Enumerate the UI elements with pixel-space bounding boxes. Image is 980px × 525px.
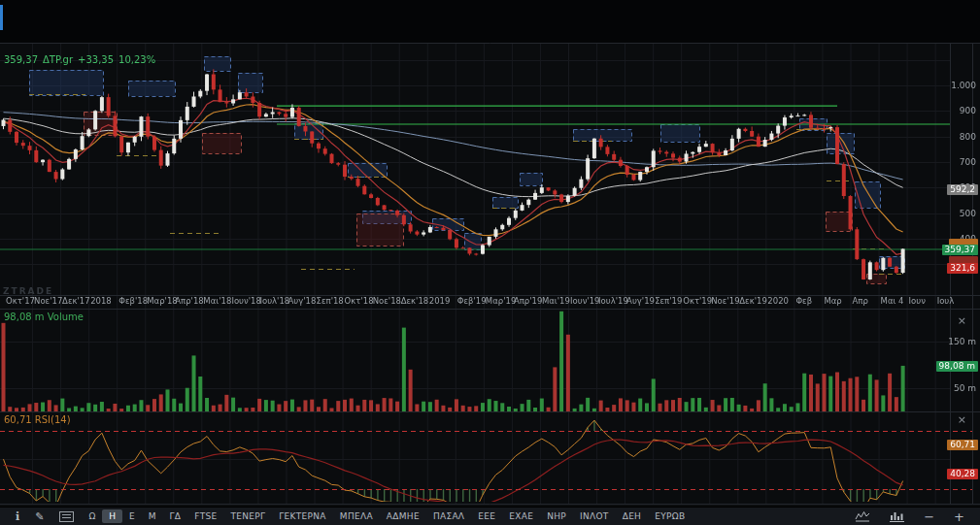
date-axis[interactable]: Οκτ'17Νοε'17Δεκ'172018Φεβ'18Μαρ'18Απρ'18…: [0, 296, 980, 309]
timeframe-tab-Ε[interactable]: Ε: [122, 509, 142, 523]
date-label: Δεκ'18: [401, 296, 429, 306]
date-label: Φεβ: [795, 296, 812, 306]
watchlist-symbol[interactable]: ΕΕΕ: [471, 509, 502, 523]
watchlist-symbol[interactable]: ΕΥΡΩΒ: [648, 509, 692, 523]
price-change: +33,35: [78, 54, 114, 65]
volume-value-badge: 98,08 m: [936, 361, 978, 372]
date-label: Δεκ'17: [62, 296, 90, 306]
trading-app-window: 359,37ΔTP.gr+33,3510,23% ZTRADE 98,08 m …: [0, 0, 980, 525]
price-tick-label: 800: [960, 132, 976, 142]
watchlist-symbol[interactable]: ΓΕΚΤΕΡΝΑ: [272, 509, 333, 523]
date-label: Μαρ'19: [486, 296, 517, 306]
aux-price-badge: 321,6: [947, 263, 978, 274]
price-tick-label: 900: [960, 106, 976, 115]
rsi-pane-label: 60,71 RSI(14): [4, 414, 71, 425]
timeframe-group: ΗΕΜ: [102, 509, 162, 523]
price-change-percent: 10,23%: [118, 54, 155, 65]
date-label: 2018: [90, 296, 112, 306]
date-label: Ιουλ'18: [259, 296, 289, 306]
ma-gray-price-badge: 592,2: [947, 184, 978, 195]
watchlist-symbol[interactable]: ΕΧΑΕ: [502, 509, 540, 523]
date-label: Φεβ'18: [118, 296, 148, 306]
date-label: Απρ'18: [175, 296, 203, 306]
date-label: Ιουν'19: [570, 296, 600, 306]
zoom-in-button[interactable]: +: [946, 509, 972, 524]
rsi-value: 60,71: [4, 414, 32, 425]
chart-type-icon[interactable]: [847, 509, 878, 524]
date-label: Δεκ'19: [739, 296, 767, 306]
symbol-name: ΔTP.gr: [43, 54, 73, 65]
date-label: Οκτ'17: [6, 296, 35, 306]
sidebar-edge-indicator: [0, 5, 3, 30]
date-label: Οκτ'18: [345, 296, 374, 306]
date-label: Ιουν'18: [231, 296, 261, 306]
price-volume-rsi-chart[interactable]: [0, 0, 980, 525]
timeframe-tab-Η[interactable]: Η: [102, 509, 122, 523]
volume-tick-label: 50 m: [954, 383, 976, 393]
bottom-toolbar: i ✎ Ω ΗΕΜ ΓΔFTSEΤΕΝΕΡΓΓΕΚΤΕΡΝΑΜΠΕΛΑΑΔΜΗΕ…: [0, 507, 980, 525]
price-tick-label: 700: [960, 157, 976, 167]
date-label: Νοε'19: [711, 296, 739, 306]
object-list-icon[interactable]: [51, 509, 82, 524]
date-label: 2019: [429, 296, 451, 306]
date-label: Απρ'19: [514, 296, 542, 306]
volume-name: Volume: [48, 312, 84, 322]
date-label: Οκτ'19: [683, 296, 712, 306]
rsi-value-badge: 60,71: [947, 440, 978, 450]
watchlist-symbol[interactable]: ΑΔΜΗΕ: [380, 509, 426, 523]
volume-value: 98,08 m: [4, 312, 45, 322]
watchlist-symbol[interactable]: ΤΕΝΕΡΓ: [223, 509, 272, 523]
rsi-pane-close-icon[interactable]: ×: [958, 415, 966, 425]
watchlist-symbol[interactable]: ΓΔ: [163, 509, 188, 523]
date-label: Μαι'18: [203, 296, 231, 306]
volume-pane-label: 98,08 m Volume: [4, 312, 84, 322]
watchlist-symbols: ΓΔFTSEΤΕΝΕΡΓΓΕΚΤΕΡΝΑΜΠΕΛΑΑΔΜΗΕΠΑΣΑΛΕΕΕΕΧ…: [163, 509, 693, 523]
watchlist-symbol[interactable]: FTSE: [187, 509, 223, 523]
last-price-badge: 359,37: [942, 245, 979, 255]
watchlist-symbol[interactable]: ΜΠΕΛΑ: [333, 509, 380, 523]
watchlist-symbol[interactable]: ΔΕΗ: [616, 509, 649, 523]
date-label: Μαι'19: [542, 296, 570, 306]
watchlist-symbol[interactable]: ΝΗΡ: [540, 509, 573, 523]
platform-watermark: ZTRADE: [3, 286, 53, 296]
zoom-out-button[interactable]: −: [916, 509, 942, 524]
watchlist-symbol[interactable]: ΠΑΣΑΛ: [426, 509, 471, 523]
toolbar-right-group: − +: [847, 509, 972, 524]
date-label: Σεπ'18: [317, 296, 344, 306]
date-label: Νοε'18: [373, 296, 401, 306]
date-label: Σεπ'19: [655, 296, 682, 306]
draw-tool-icon[interactable]: ✎: [27, 509, 51, 525]
omega-button[interactable]: Ω: [82, 509, 102, 523]
date-label: Φεβ'19: [457, 296, 487, 306]
watchlist-symbol[interactable]: ΙΝΛΟΤ: [573, 509, 616, 523]
date-label: Απρ: [853, 296, 868, 306]
date-label: Αυγ'19: [626, 296, 655, 306]
rsi-ma-value-badge: 40,28: [947, 469, 978, 479]
last-price: 359,37: [4, 54, 38, 65]
date-label: Ιουν: [909, 296, 926, 306]
volume-histogram-icon[interactable]: [882, 509, 912, 524]
timeframe-tab-Μ[interactable]: Μ: [142, 509, 163, 523]
date-label: 2020: [767, 296, 789, 306]
info-icon[interactable]: i: [8, 509, 27, 525]
date-label: Ιουλ: [937, 296, 955, 306]
price-tick-label: 500: [960, 209, 976, 218]
date-label: Ιουλ'19: [598, 296, 628, 306]
rsi-name: RSI(14): [35, 414, 71, 425]
date-label: Μαι 4: [881, 296, 904, 306]
date-label: Μαρ: [824, 296, 841, 306]
price-tick-label: 1.000: [951, 81, 976, 90]
date-label: Αυγ'18: [288, 296, 317, 306]
date-label: Νοε'17: [34, 296, 62, 306]
volume-tick-label: 150 m: [948, 337, 976, 346]
ticker-readout: 359,37ΔTP.gr+33,3510,23%: [4, 54, 155, 65]
date-label: Μαρ'18: [147, 296, 178, 306]
volume-pane-close-icon[interactable]: ×: [958, 316, 966, 326]
